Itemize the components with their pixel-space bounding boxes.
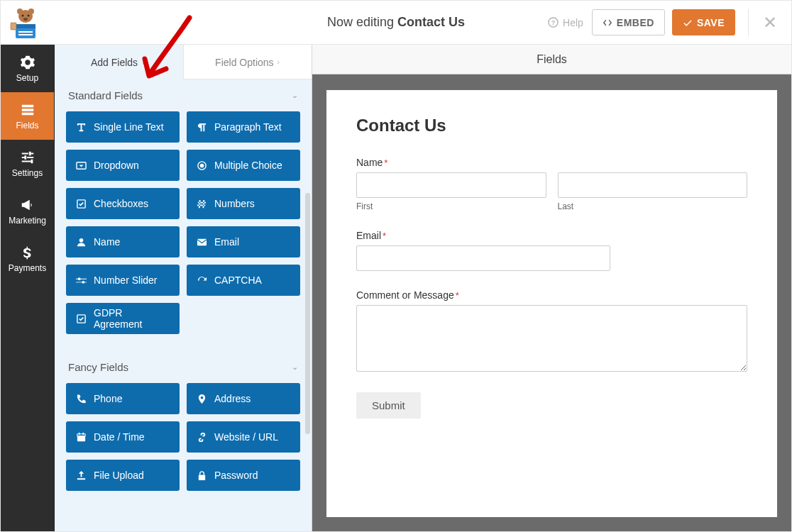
marker-icon (197, 394, 207, 404)
field-number-slider[interactable]: Number Slider (66, 265, 180, 296)
field-address[interactable]: Address (187, 383, 300, 414)
field-multiple-choice[interactable]: Multiple Choice (187, 150, 300, 181)
field-captcha[interactable]: CAPTCHA (187, 265, 300, 296)
help-link[interactable]: ? Help (548, 17, 583, 28)
email-input[interactable] (356, 245, 610, 271)
field-numbers[interactable]: Numbers (187, 188, 300, 219)
field-dropdown[interactable]: Dropdown (66, 150, 180, 181)
svg-rect-8 (18, 31, 33, 33)
chevron-down-icon: ⌄ (141, 58, 147, 66)
field-name[interactable]: Name (66, 226, 180, 257)
chevron-down-icon: ⌄ (292, 91, 298, 100)
svg-rect-26 (77, 433, 85, 436)
form-field-name[interactable]: Name* First Last (356, 157, 747, 211)
tab-add-fields-label: Add Fields (91, 57, 138, 68)
section-fancy-fields[interactable]: Fancy Fields ⌄ (66, 347, 300, 383)
embed-button[interactable]: EMBED (592, 9, 665, 35)
field-website[interactable]: Website / URL (187, 421, 300, 453)
svg-point-5 (28, 9, 34, 14)
sliders-icon (20, 150, 35, 165)
nav-fields-label: Fields (16, 121, 38, 131)
editing-title: Now editing Contact Us (327, 15, 465, 30)
form-field-comment[interactable]: Comment or Message* (356, 289, 747, 374)
nav-settings[interactable]: Settings (1, 140, 54, 187)
nav-payments-label: Payments (9, 263, 46, 273)
help-icon: ? (548, 17, 559, 28)
save-label: SAVE (697, 17, 725, 28)
svg-point-22 (78, 277, 81, 280)
code-icon (603, 18, 612, 28)
comment-label: Comment or Message* (356, 289, 747, 301)
email-label: Email* (356, 230, 747, 241)
svg-rect-10 (11, 23, 16, 30)
radio-icon (197, 160, 207, 171)
checkbox-icon (76, 199, 87, 209)
tab-field-options[interactable]: Field Options › (183, 45, 312, 79)
wpforms-logo (6, 4, 45, 42)
name-label: Name* (356, 157, 747, 168)
field-file-upload[interactable]: File Upload (66, 460, 180, 491)
svg-point-20 (79, 238, 84, 242)
paragraph-icon (197, 122, 207, 133)
phone-icon (76, 394, 87, 404)
help-label: Help (563, 17, 583, 28)
fancy-fields-grid: Phone Address Date / Time Website / URL … (66, 383, 300, 491)
submit-button[interactable]: Submit (356, 392, 421, 419)
close-button[interactable]: ✕ (748, 9, 777, 36)
upload-icon (76, 470, 87, 481)
hash-icon (197, 199, 207, 209)
first-name-input[interactable] (356, 172, 546, 198)
megaphone-icon (20, 197, 35, 213)
section-fancy-fields-label: Fancy Fields (68, 361, 128, 373)
check-square-icon (76, 314, 87, 324)
svg-rect-14 (21, 109, 33, 111)
lock-icon (197, 470, 207, 481)
close-icon: ✕ (763, 13, 777, 33)
form-field-email[interactable]: Email* (356, 230, 747, 271)
preview-header: Fields (312, 45, 791, 74)
preview-header-label: Fields (537, 53, 567, 66)
svg-text:?: ? (551, 19, 556, 26)
svg-rect-7 (16, 24, 35, 28)
last-name-input[interactable] (558, 172, 748, 198)
form-preview-canvas[interactable]: Contact Us Name* First Last (326, 90, 777, 517)
nav-setup-label: Setup (16, 73, 38, 83)
nav-marketing[interactable]: Marketing (1, 187, 54, 235)
dropdown-icon (76, 160, 87, 171)
svg-point-1 (22, 14, 24, 16)
field-password[interactable]: Password (187, 460, 300, 491)
comment-textarea[interactable] (356, 305, 747, 372)
nav-settings-label: Settings (12, 168, 43, 178)
last-sublabel: Last (558, 201, 748, 211)
envelope-icon (197, 237, 207, 248)
field-date-time[interactable]: Date / Time (66, 421, 180, 453)
field-email[interactable]: Email (187, 226, 300, 257)
field-phone[interactable]: Phone (66, 383, 180, 414)
field-paragraph-text[interactable]: Paragraph Text (187, 111, 300, 143)
svg-rect-15 (21, 112, 33, 115)
nav-payments[interactable]: Payments (1, 235, 54, 282)
sliders-icon (76, 275, 87, 286)
text-icon (76, 122, 87, 133)
user-icon (76, 237, 87, 248)
section-standard-fields[interactable]: Standard Fields ⌄ (66, 79, 300, 111)
field-gdpr[interactable]: GDPR Agreement (66, 303, 180, 334)
required-mark: * (384, 157, 387, 168)
field-checkboxes[interactable]: Checkboxes (66, 188, 180, 219)
tab-field-options-label: Field Options (215, 57, 273, 68)
gear-icon (20, 55, 35, 70)
svg-rect-9 (18, 34, 33, 35)
svg-point-3 (23, 18, 28, 21)
nav-rail: Setup Fields Settings Marketing Payments (1, 45, 55, 531)
field-single-line-text[interactable]: Single Line Text (66, 111, 180, 143)
svg-rect-27 (79, 432, 80, 434)
tab-add-fields[interactable]: Add Fields ⌄ (55, 45, 183, 79)
svg-point-4 (17, 9, 23, 14)
svg-point-23 (82, 280, 84, 283)
nav-fields[interactable]: Fields (1, 92, 54, 140)
editing-title-text: Contact Us (397, 15, 465, 29)
nav-setup[interactable]: Setup (1, 45, 54, 92)
calendar-icon (76, 432, 87, 443)
save-button[interactable]: SAVE (672, 9, 735, 35)
dollar-icon (21, 245, 34, 260)
